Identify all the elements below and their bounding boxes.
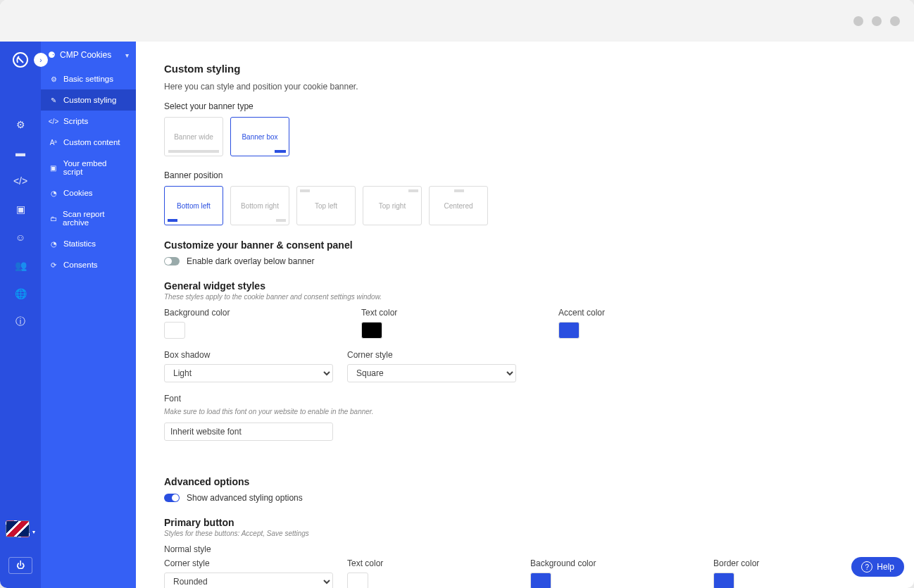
- position-top-right[interactable]: Top right: [363, 186, 422, 225]
- dark-overlay-label: Enable dark overlay below banner: [187, 256, 314, 266]
- language-flag-uk[interactable]: [6, 520, 30, 537]
- nav-scan-archive[interactable]: 🗀Scan report archive: [41, 204, 136, 233]
- card-label: Top right: [379, 202, 406, 210]
- corner-style-label: Corner style: [347, 350, 516, 360]
- cookie-icon: ◔: [49, 189, 58, 197]
- card-label: Banner box: [242, 133, 277, 141]
- nav-label: Statistics: [63, 239, 96, 248]
- primary-normal-text-swatch[interactable]: [347, 573, 368, 588]
- users-icon[interactable]: 👥: [13, 258, 27, 273]
- code-icon[interactable]: </>: [13, 174, 27, 188]
- position-top-left[interactable]: Top left: [296, 186, 356, 225]
- main-content: Custom styling Here you can style and po…: [136, 42, 914, 588]
- nav-statistics[interactable]: ◔Statistics: [41, 233, 136, 254]
- icon-sidebar: › ⚙ ▬ </> ▣ ☺ 👥 🌐 ⓘ ▾ ⏻: [0, 42, 41, 588]
- position-bottom-right[interactable]: Bottom right: [230, 186, 289, 225]
- advanced-toggle[interactable]: [164, 494, 180, 502]
- nav-consents[interactable]: ⟳Consents: [41, 254, 136, 275]
- box-shadow-select[interactable]: Light: [164, 364, 333, 382]
- embed-icon: ▣: [49, 163, 58, 172]
- banner-type-label: Select your banner type: [164, 101, 886, 111]
- nav-label: Cookies: [63, 189, 93, 197]
- banner-type-box[interactable]: Banner box: [230, 117, 289, 156]
- refresh-icon: ⟳: [49, 261, 58, 269]
- dark-overlay-toggle[interactable]: [164, 257, 180, 265]
- position-bottom-left[interactable]: Bottom left: [164, 186, 223, 225]
- corner-style-select[interactable]: Square: [347, 364, 516, 382]
- banner-type-wide[interactable]: Banner wide: [164, 117, 223, 156]
- card-label: Bottom right: [241, 202, 279, 210]
- card-label: Bottom left: [177, 202, 211, 210]
- general-styles-heading: General widget styles: [164, 280, 886, 292]
- info-icon[interactable]: ⓘ: [13, 315, 27, 329]
- nav-custom-content[interactable]: AᵃCustom content: [41, 132, 136, 153]
- chevron-down-icon: ▾: [32, 529, 35, 535]
- normal-style-label: Normal style: [164, 544, 886, 554]
- font-input[interactable]: [164, 423, 333, 441]
- card-label: Centered: [444, 202, 472, 210]
- nav-scripts[interactable]: </>Scripts: [41, 111, 136, 132]
- expand-sidebar-button[interactable]: ›: [34, 53, 48, 67]
- primary-normal-border-swatch[interactable]: [713, 573, 734, 588]
- font-hint: Make sure to load this font on your webs…: [164, 408, 886, 415]
- position-centered[interactable]: Centered: [429, 186, 488, 225]
- nav-label: Your embed script: [63, 159, 127, 176]
- font-label: Font: [164, 394, 886, 404]
- banner-position-label: Banner position: [164, 170, 886, 180]
- page-description: Here you can style and position your coo…: [164, 82, 886, 92]
- accent-color-label: Accent color: [558, 308, 605, 318]
- advanced-toggle-label: Show advanced styling options: [187, 493, 303, 503]
- primary-normal-bg-swatch[interactable]: [530, 573, 551, 588]
- text-icon: Aᵃ: [49, 138, 58, 146]
- text-color-label: Text color: [347, 558, 516, 568]
- card-label: Banner wide: [174, 133, 213, 141]
- chart-icon: ◔: [49, 239, 58, 248]
- nav-label: Scripts: [63, 117, 88, 125]
- primary-normal-corner-select[interactable]: Rounded: [164, 573, 333, 588]
- nav-label: Basic settings: [63, 75, 113, 83]
- nav-label: Scan report archive: [63, 210, 127, 227]
- page-title: Custom styling: [164, 63, 886, 75]
- bg-color-label: Background color: [530, 558, 699, 568]
- help-label: Help: [877, 562, 894, 572]
- window-titlebar: [0, 0, 914, 42]
- toolbox-icon[interactable]: ▣: [13, 202, 27, 216]
- nav-basic-settings[interactable]: ⚙Basic settings: [41, 68, 136, 89]
- general-styles-sub: These styles apply to the cookie banner …: [164, 293, 886, 301]
- power-button[interactable]: ⏻: [8, 557, 32, 574]
- nav-label: Custom styling: [63, 96, 116, 104]
- nav-cookies[interactable]: ◔Cookies: [41, 182, 136, 204]
- nav-label: Custom content: [63, 138, 120, 146]
- customize-heading: Customize your banner & consent panel: [164, 239, 886, 251]
- gear-icon: ⚙: [49, 75, 58, 83]
- bg-color-label: Background color: [164, 308, 347, 318]
- globe-icon[interactable]: 🌐: [13, 287, 27, 301]
- window-control-dot[interactable]: [853, 16, 863, 26]
- chevron-down-icon: ▾: [125, 51, 129, 59]
- user-icon[interactable]: ☺: [13, 230, 27, 244]
- bg-color-swatch[interactable]: [164, 322, 185, 339]
- accent-color-swatch[interactable]: [558, 322, 580, 339]
- advanced-heading: Advanced options: [164, 476, 886, 487]
- nav-custom-styling[interactable]: ✎Custom styling: [41, 89, 136, 111]
- text-color-swatch[interactable]: [361, 322, 382, 339]
- sites-icon[interactable]: ⚙: [13, 118, 27, 132]
- help-button[interactable]: Help: [851, 557, 904, 577]
- text-color-label: Text color: [361, 308, 544, 318]
- corner-label: Corner style: [164, 558, 333, 568]
- code-icon: </>: [49, 117, 58, 125]
- secondary-sidebar: ⚈ CMP Cookies ▾ ⚙Basic settings ✎Custom …: [41, 42, 136, 588]
- site-name: CMP Cookies: [60, 50, 111, 60]
- primary-button-sub: Styles for these buttons: Accept, Save s…: [164, 530, 886, 537]
- card-label: Top left: [315, 202, 337, 210]
- archive-icon: 🗀: [49, 214, 57, 223]
- site-selector[interactable]: ⚈ CMP Cookies ▾: [41, 42, 136, 68]
- window-control-dot[interactable]: [872, 16, 882, 26]
- briefcase-icon[interactable]: ▬: [13, 146, 27, 160]
- app-logo: [12, 51, 29, 68]
- box-shadow-label: Box shadow: [164, 350, 333, 360]
- nav-label: Consents: [63, 261, 98, 269]
- pencil-icon: ✎: [49, 96, 58, 104]
- window-control-dot[interactable]: [890, 16, 900, 26]
- nav-embed-script[interactable]: ▣Your embed script: [41, 153, 136, 182]
